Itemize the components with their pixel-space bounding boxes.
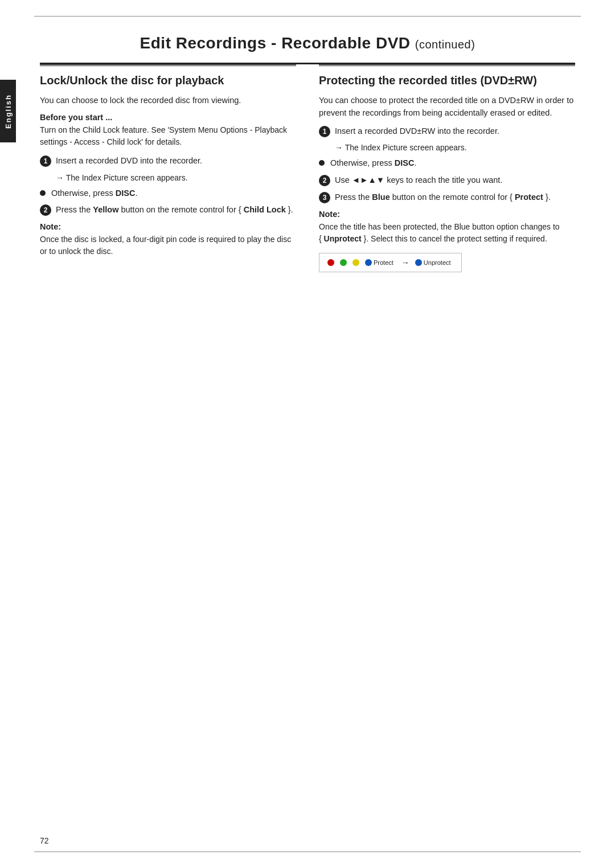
main-content: Edit Recordings - Recordable DVD (contin… bbox=[40, 23, 575, 272]
right-step1: 1 Insert a recorded DVD±RW into the reco… bbox=[319, 125, 575, 138]
right-step2-text: Use ◄►▲▼ keys to reach the title you wan… bbox=[335, 174, 502, 187]
right-bullet-dot-1 bbox=[319, 160, 325, 166]
blue-dot-unprotect bbox=[415, 259, 422, 266]
bullet-dot-1 bbox=[40, 190, 46, 196]
unprotect-label: Unprotect bbox=[424, 259, 451, 266]
right-step2: 2 Use ◄►▲▼ keys to reach the title you w… bbox=[319, 174, 575, 187]
page-title: Edit Recordings - Recordable DVD (contin… bbox=[40, 34, 575, 52]
right-step1-num: 1 bbox=[319, 126, 330, 137]
blue-dot-protect bbox=[365, 259, 372, 266]
right-bullet1: Otherwise, press DISC. bbox=[319, 157, 575, 170]
left-step1-arrow: The Index Picture screen appears. bbox=[56, 172, 296, 184]
right-section-rule bbox=[319, 64, 575, 66]
left-step2: 2 Press the Yellow button on the remote … bbox=[40, 204, 296, 216]
right-column: Protecting the recorded titles (DVD±RW) … bbox=[319, 64, 575, 272]
protect-label: Protect bbox=[374, 259, 393, 266]
right-intro: You can choose to protect the recorded t… bbox=[319, 95, 575, 120]
sidebar-label: English bbox=[4, 94, 13, 129]
red-dot bbox=[327, 259, 334, 266]
yellow-dot bbox=[352, 259, 359, 266]
protect-group: Protect bbox=[365, 259, 396, 266]
left-step1: 1 Insert a recorded DVD into the recorde… bbox=[40, 155, 296, 167]
unprotect-group: Unprotect bbox=[415, 259, 453, 266]
left-section-rule bbox=[40, 64, 296, 66]
left-note-title: Note: bbox=[40, 222, 296, 231]
right-step3: 3 Press the Blue button on the remote co… bbox=[319, 191, 575, 204]
right-bullet1-text: Otherwise, press DISC. bbox=[330, 157, 417, 170]
right-section-title: Protecting the recorded titles (DVD±RW) bbox=[319, 73, 575, 88]
right-step3-num: 3 bbox=[319, 192, 330, 203]
page-number: 72 bbox=[40, 836, 49, 845]
right-step1-arrow: The Index Picture screen appears. bbox=[335, 142, 575, 154]
before-start-text: Turn on the Child Lock feature. See 'Sys… bbox=[40, 124, 296, 148]
step1-num: 1 bbox=[40, 155, 51, 167]
title-continued: (continued) bbox=[415, 38, 475, 51]
button-diagram: Protect → Unprotect bbox=[319, 253, 462, 272]
right-note-title: Note: bbox=[319, 210, 575, 219]
two-col-layout: Lock/Unlock the disc for playback You ca… bbox=[40, 64, 575, 272]
right-step2-num: 2 bbox=[319, 175, 330, 186]
left-column: Lock/Unlock the disc for playback You ca… bbox=[40, 64, 296, 272]
left-intro: You can choose to lock the recorded disc… bbox=[40, 95, 296, 107]
step2-num: 2 bbox=[40, 204, 51, 216]
right-step3-text: Press the Blue button on the remote cont… bbox=[335, 191, 551, 204]
bullet1-text: Otherwise, press DISC. bbox=[51, 187, 138, 200]
step1-text: Insert a recorded DVD into the recorder. bbox=[56, 155, 202, 167]
page-border-bottom bbox=[34, 851, 581, 852]
right-note-text1: Once the title has been protected, the B… bbox=[319, 221, 575, 245]
step2-text: Press the Yellow button on the remote co… bbox=[56, 204, 293, 216]
before-start-label: Before you start ... bbox=[40, 113, 296, 122]
diagram-arrow: → bbox=[401, 258, 409, 267]
left-section-title: Lock/Unlock the disc for playback bbox=[40, 73, 296, 88]
sidebar-tab: English bbox=[0, 80, 16, 142]
left-note-text: Once the disc is locked, a four-digit pi… bbox=[40, 234, 296, 257]
page-border-top bbox=[34, 16, 581, 17]
left-bullet1: Otherwise, press DISC. bbox=[40, 187, 296, 200]
right-step1-text: Insert a recorded DVD±RW into the record… bbox=[335, 125, 499, 138]
green-dot bbox=[340, 259, 347, 266]
